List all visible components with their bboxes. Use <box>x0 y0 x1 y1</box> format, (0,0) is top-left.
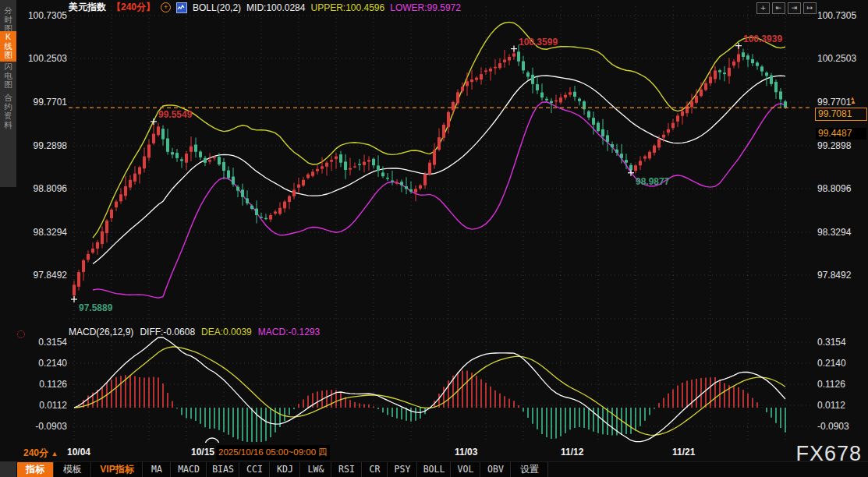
price-tick-label: 98.3294 <box>16 227 67 238</box>
time-axis: 240分 ▲ 10/0410/152411/0311/1211/21 2025/… <box>0 444 868 461</box>
crosshair-icon[interactable]: + <box>756 2 770 14</box>
toolbar-obv[interactable]: OBV <box>480 462 511 477</box>
toolbar-template[interactable]: 模板 <box>54 462 91 477</box>
price-tick-label: 100.2503 <box>817 53 856 64</box>
price-annotation: 100.3599 <box>519 37 558 48</box>
toolbar-bias[interactable]: BIAS <box>207 462 239 477</box>
time-tick-label: 11/12 <box>561 447 583 458</box>
band-price-badge: 99.4487 <box>816 128 866 140</box>
last-price-badge: 99.7081 <box>815 108 867 121</box>
indicator-toolbar: 指标模板VIP指标MAMACDBIASCCIKDJLW&RSICRPSYBOLL… <box>16 461 868 477</box>
price-tick-label: 100.2503 <box>16 53 67 64</box>
price-tick-label: 100.7305 <box>817 10 856 21</box>
price-annotation: 99.5549 <box>158 109 192 120</box>
macd-tick-label: 0.1126 <box>817 379 845 390</box>
price-annotation: 97.5889 <box>79 302 112 313</box>
time-tick-label: 11/21 <box>672 447 695 458</box>
add-indicator-icon[interactable]: + <box>161 2 171 12</box>
time-tick-label: 11/03 <box>455 447 477 458</box>
period-tag: 【240分】 <box>112 1 155 14</box>
symbol-name: 美元指数 <box>69 1 106 14</box>
toolbar-settings[interactable]: 设置 <box>511 462 548 477</box>
toolbar-cr[interactable]: CR <box>362 462 388 477</box>
price-tick-label: 98.8096 <box>16 183 67 194</box>
macd-tick-label: 0.2140 <box>16 358 67 369</box>
boll-label: BOLL(20,2) <box>193 2 241 13</box>
price-tick-label: 99.2898 <box>817 140 851 151</box>
pan-end-icon[interactable]: ⇥ <box>788 2 801 14</box>
price-tick-label: 97.8492 <box>16 270 67 281</box>
price-annotation: 98.9877 <box>636 176 669 187</box>
price-up-arrow-icon: ▲ <box>850 96 855 101</box>
chart-type-icon[interactable] <box>176 2 187 13</box>
macd-tick-label: 0.0112 <box>16 400 67 411</box>
macd-diff-value: DIFF:-0.0608 <box>140 327 195 337</box>
price-annotation: 100.3939 <box>743 34 782 44</box>
toolbar-rsi[interactable]: RSI <box>331 462 362 477</box>
chart-tools: +⇤⇥↦ <box>756 2 817 14</box>
sidebar-tab-contract-info[interactable]: 合约资料 <box>0 92 16 131</box>
boll-lower-value: LOWER:99.5972 <box>390 2 461 13</box>
toolbar-psy[interactable]: PSY <box>388 462 417 477</box>
macd-dea-value: DEA:0.0039 <box>201 327 252 337</box>
indicator-marker-icon[interactable] <box>17 330 25 338</box>
sidebar-tab-time-chart[interactable]: 分时图 <box>0 5 16 35</box>
macd-title: MACD(26,12,9) <box>69 327 133 337</box>
toolbar-indicator[interactable]: 指标 <box>16 462 54 477</box>
macd-tick-label: 0.2140 <box>817 358 846 369</box>
macd-tick-label: 0.1126 <box>16 379 67 390</box>
sidebar: 分时图K线图闪电图合约资料 <box>0 0 16 477</box>
macd-header: MACD(26,12,9) DIFF:-0.0608 DEA:0.0039 MA… <box>69 327 320 337</box>
toolbar-cci[interactable]: CCI <box>239 462 270 477</box>
price-tick-label: 99.7701 <box>817 97 851 108</box>
macd-tick-label: -0.0903 <box>16 421 67 432</box>
macd-tick-label: 0.3154 <box>16 337 67 348</box>
sidebar-tab-kline-chart[interactable]: K线图 <box>0 31 16 62</box>
pan-start-icon[interactable]: ⇤ <box>772 2 785 14</box>
period-selector[interactable]: 240分 ▲ <box>23 447 58 460</box>
toolbar-lw[interactable]: LW& <box>300 462 331 477</box>
toolbar-ma[interactable]: MA <box>143 462 171 477</box>
boll-upper-value: UPPER:100.4596 <box>310 2 384 13</box>
price-tick-label: 98.3294 <box>817 227 851 238</box>
sidebar-tab-lightning-chart[interactable]: 闪电图 <box>0 61 16 91</box>
toolbar-corner <box>0 461 16 477</box>
title-bar: 美元指数 【240分】 + BOLL(20,2) MID:100.0284 UP… <box>69 2 461 13</box>
macd-macd-value: MACD:-0.1293 <box>258 327 320 337</box>
time-tick-label: 10/04 <box>67 447 90 458</box>
toolbar-vol[interactable]: VOL <box>451 462 480 477</box>
time-tick-label: 10/15 <box>191 447 214 458</box>
price-tick-label: 97.8492 <box>817 270 851 281</box>
price-tick-label: 98.8096 <box>817 183 851 194</box>
price-tick-label: 99.2898 <box>16 140 67 151</box>
toolbar-kdj[interactable]: KDJ <box>270 462 300 477</box>
hover-time-tooltip: 2025/10/16 05:00~09:00 四 <box>216 445 330 460</box>
chart-canvas[interactable] <box>0 0 868 477</box>
toolbar-boll[interactable]: BOLL <box>417 462 451 477</box>
go-latest-icon[interactable]: ↦ <box>803 2 817 14</box>
macd-tick-label: 0.0112 <box>817 400 845 411</box>
boll-mid-value: MID:100.0284 <box>246 2 305 13</box>
app-window: 分时图K线图闪电图合约资料 美元指数 【240分】 + BOLL(20,2) M… <box>0 0 868 477</box>
price-tick-label: 100.7305 <box>16 10 67 21</box>
macd-tick-label: 0.3154 <box>817 337 846 348</box>
toolbar-macd[interactable]: MACD <box>171 462 207 477</box>
macd-tick-label: -0.0903 <box>817 421 849 432</box>
price-tick-label: 99.7701 <box>16 97 67 108</box>
toolbar-vip-indicator[interactable]: VIP指标 <box>91 462 143 477</box>
